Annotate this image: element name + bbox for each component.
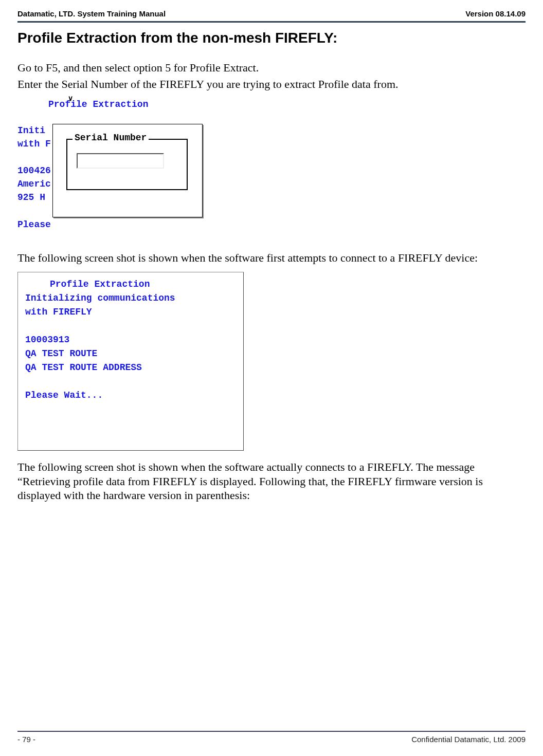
header-right: Version 08.14.09 (465, 9, 526, 18)
screenshot1-title: ∨ Profile Extraction (17, 97, 208, 109)
serial-number-legend: Serial Number (73, 133, 149, 143)
serial-number-input[interactable] (77, 153, 164, 169)
header-rule (17, 21, 526, 23)
screenshot-serial-dialog: ∨ Profile Extraction Initi with F 100426… (17, 97, 208, 231)
mid-paragraph: The following screen shot is shown when … (17, 251, 526, 265)
intro-line-2: Enter the Serial Number of the FIREFLY y… (17, 77, 526, 91)
screenshot2-body: Initializing communications with FIREFLY… (25, 293, 175, 400)
screenshot-connecting: Profile Extraction Initializing communic… (17, 272, 244, 451)
footer-confidential: Confidential Datamatic, Ltd. 2009 (411, 735, 526, 744)
screenshot1-background-text: Initi with F 100426 Americ 925 H Please (17, 124, 52, 231)
serial-number-fieldset: Serial Number (66, 139, 188, 190)
page-header: Datamatic, LTD. System Training Manual V… (17, 9, 526, 18)
intro-line-1: Go to F5, and then select option 5 for P… (17, 61, 526, 75)
header-left: Datamatic, LTD. System Training Manual (17, 9, 166, 18)
document-page: Datamatic, LTD. System Training Manual V… (0, 0, 543, 756)
footer-page-number: - 79 - (17, 735, 35, 744)
screenshot2-title: Profile Extraction (25, 279, 150, 289)
screenshot1-title-text: Profile Extraction (48, 99, 148, 109)
footer-rule (17, 731, 526, 732)
section-title: Profile Extraction from the non-mesh FIR… (17, 30, 526, 46)
page-footer: - 79 - Confidential Datamatic, Ltd. 2009 (17, 731, 526, 744)
paragraph-2: The following screen shot is shown when … (17, 460, 526, 503)
caret-down-icon: ∨ (68, 94, 73, 102)
serial-number-panel: Serial Number (52, 124, 203, 217)
